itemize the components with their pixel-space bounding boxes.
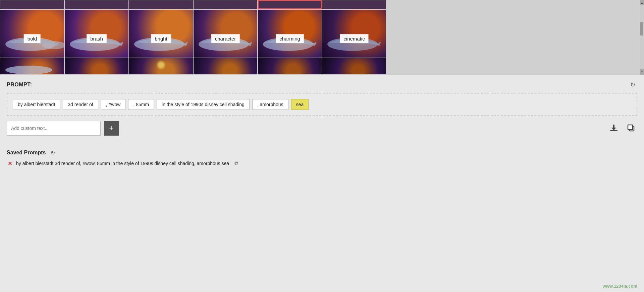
prompt-tag-2[interactable]: 3d render of bbox=[63, 99, 98, 110]
add-button[interactable]: + bbox=[104, 121, 119, 136]
saved-prompt-item-1: ✕ by albert bierstadt 3d render of, #wow… bbox=[7, 160, 637, 166]
grid-rows: bold brash bright bbox=[0, 0, 640, 75]
image-cell-charming[interactable]: charming bbox=[258, 9, 322, 58]
prompt-tag-5[interactable]: in the style of 1990s disney cell shadin… bbox=[157, 99, 250, 110]
prompt-label: PROMPT: bbox=[7, 82, 32, 88]
prompt-tag-3[interactable]: , #wow bbox=[101, 99, 126, 110]
middle-row-filler bbox=[386, 9, 640, 58]
saved-prompt-text-1: by albert bierstadt 3d render of, #wow, … bbox=[16, 161, 229, 166]
saved-prompts-section: Saved Prompts ↻ ✕ by albert bierstadt 3d… bbox=[0, 149, 644, 166]
bottom-row-filler bbox=[386, 58, 640, 75]
image-label-cinematic: cinematic bbox=[340, 34, 368, 43]
bot-cell-5[interactable] bbox=[258, 58, 322, 75]
svg-point-7 bbox=[5, 66, 52, 74]
main-container: bold brash bright bbox=[0, 0, 644, 166]
image-cell-bold[interactable]: bold bbox=[0, 9, 64, 58]
saved-prompts-refresh-icon[interactable]: ↻ bbox=[49, 149, 56, 156]
image-label-bold: bold bbox=[24, 34, 41, 43]
top-cell-5-selected[interactable] bbox=[258, 0, 322, 9]
bot-cell-3[interactable] bbox=[129, 58, 193, 75]
add-text-row: + bbox=[7, 121, 637, 136]
top-row-filler bbox=[386, 0, 640, 9]
image-grid-container: bold brash bright bbox=[0, 0, 644, 75]
scrollbar-body bbox=[640, 5, 644, 69]
bottom-row bbox=[0, 58, 640, 75]
whale-mini-1 bbox=[2, 63, 62, 74]
copy-icon[interactable] bbox=[625, 122, 637, 134]
bot-cell-4[interactable] bbox=[193, 58, 258, 75]
scrollbar-track[interactable]: ▲ ▼ bbox=[640, 0, 644, 75]
image-label-brash: brash bbox=[87, 34, 107, 43]
prompt-tag-7[interactable]: sea bbox=[291, 99, 309, 110]
image-cell-cinematic[interactable]: cinematic bbox=[322, 9, 386, 58]
prompt-tag-6[interactable]: , amorphous bbox=[252, 99, 288, 110]
image-cell-bright[interactable]: bright bbox=[129, 9, 193, 58]
copy-svg bbox=[627, 124, 636, 133]
download-svg bbox=[609, 124, 619, 133]
image-cell-brash[interactable]: brash bbox=[64, 9, 129, 58]
svg-rect-8 bbox=[610, 130, 618, 131]
image-label-character: character bbox=[211, 34, 240, 43]
top-row bbox=[0, 0, 640, 9]
saved-prompts-label: Saved Prompts bbox=[7, 150, 46, 156]
scrollbar-arrow-down[interactable]: ▼ bbox=[640, 69, 644, 75]
prompt-section: PROMPT: ↻ by albert bierstadt 3d render … bbox=[0, 75, 644, 149]
prompt-header: PROMPT: ↻ bbox=[7, 80, 637, 89]
top-cell-1[interactable] bbox=[0, 0, 64, 9]
watermark: www.1234la.com bbox=[602, 284, 637, 289]
prompt-box: by albert bierstadt 3d render of , #wow … bbox=[7, 93, 637, 116]
middle-row: bold brash bright bbox=[0, 9, 640, 58]
image-label-bright: bright bbox=[151, 34, 171, 43]
top-cell-4[interactable] bbox=[193, 0, 258, 9]
bot-cell-2[interactable] bbox=[64, 58, 129, 75]
prompt-refresh-icon[interactable]: ↻ bbox=[628, 80, 637, 89]
svg-rect-12 bbox=[628, 125, 633, 130]
saved-prompt-delete-button[interactable]: ✕ bbox=[7, 160, 13, 166]
top-cell-2[interactable] bbox=[64, 0, 129, 9]
image-label-charming: charming bbox=[276, 34, 304, 43]
add-custom-text-input[interactable] bbox=[7, 121, 101, 136]
saved-prompts-header: Saved Prompts ↻ bbox=[7, 149, 637, 156]
prompt-tag-1[interactable]: by albert bierstadt bbox=[13, 99, 60, 110]
grid-wrapper: bold brash bright bbox=[0, 0, 644, 75]
image-cell-character[interactable]: character bbox=[193, 9, 258, 58]
prompt-tag-4[interactable]: , 85mm bbox=[128, 99, 154, 110]
add-text-left: + bbox=[7, 121, 119, 136]
scrollbar-thumb[interactable] bbox=[640, 22, 643, 35]
top-cell-3[interactable] bbox=[129, 0, 193, 9]
top-cell-6[interactable] bbox=[322, 0, 386, 9]
download-icon[interactable] bbox=[608, 122, 620, 134]
action-icons bbox=[608, 122, 637, 134]
saved-prompt-copy-button[interactable]: ⧉ bbox=[234, 160, 238, 166]
scrollbar-arrow-up[interactable]: ▲ bbox=[640, 0, 644, 5]
sun-glow bbox=[156, 60, 166, 70]
bot-cell-6[interactable] bbox=[322, 58, 386, 75]
bot-cell-1[interactable] bbox=[0, 58, 64, 75]
svg-marker-10 bbox=[611, 128, 616, 130]
